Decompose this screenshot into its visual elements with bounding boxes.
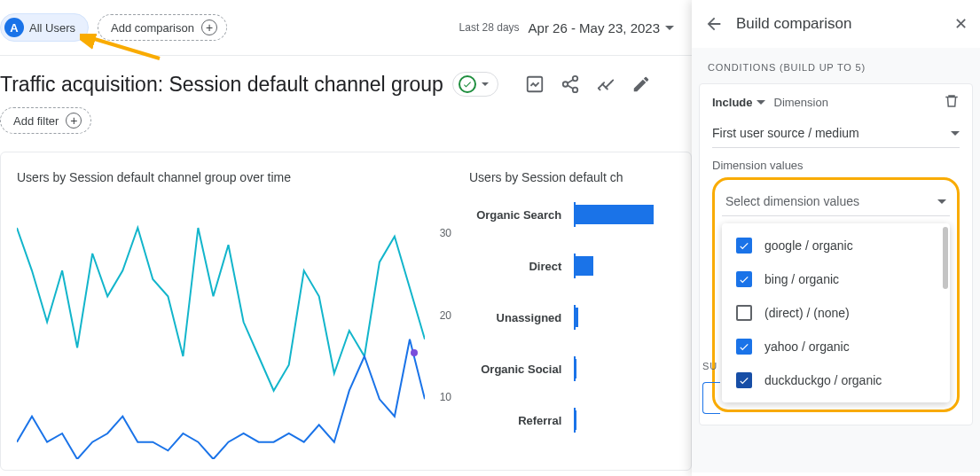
y-tick: 20 xyxy=(440,309,451,322)
bar-fill xyxy=(574,308,578,327)
option-label: yahoo / organic xyxy=(764,339,850,354)
charts-container: Users by Session default channel group o… xyxy=(0,152,692,471)
comparison-topbar: A All Users Add comparison + Last 28 day… xyxy=(0,0,692,56)
caret-down-icon xyxy=(482,82,489,86)
checkbox[interactable] xyxy=(736,271,752,287)
dimension-values-placeholder: Select dimension values xyxy=(725,194,859,208)
line-chart-panel: Users by Session default channel group o… xyxy=(17,170,451,470)
data-point-highlight xyxy=(411,349,418,356)
checkbox[interactable] xyxy=(736,372,752,388)
build-comparison-panel: Build comparison ✕ CONDITIONS (BUILD UP … xyxy=(692,0,980,476)
bar-track xyxy=(574,254,675,278)
edit-icon[interactable] xyxy=(631,74,651,94)
checkbox[interactable] xyxy=(736,305,752,321)
panel-title: Build comparison xyxy=(736,15,942,33)
dimension-value-option[interactable]: google / organic xyxy=(722,229,950,262)
bar-label: Organic Social xyxy=(469,363,561,376)
date-range-text: Apr 26 - May 23, 2023 xyxy=(529,20,660,35)
dimension-values-select[interactable]: Select dimension values xyxy=(722,189,950,216)
conditions-heading: CONDITIONS (BUILD UP TO 5) xyxy=(692,48,980,83)
dimension-value-option[interactable]: duckduckgo / organic xyxy=(722,363,950,397)
svg-point-3 xyxy=(563,82,568,87)
dimension-value-option[interactable]: (direct) / (none) xyxy=(722,296,950,330)
dimension-value-option[interactable]: bing / organic xyxy=(722,262,950,296)
insights-icon[interactable] xyxy=(596,74,615,94)
summary-heading: SU xyxy=(702,361,717,371)
bar-fill xyxy=(574,205,654,224)
bar-label: Unassigned xyxy=(469,311,561,324)
date-range-picker[interactable]: Apr 26 - May 23, 2023 xyxy=(529,20,674,35)
plus-icon: + xyxy=(201,20,217,35)
y-tick: 30 xyxy=(440,227,451,239)
filter-row: Add filter + xyxy=(0,107,692,146)
line-chart-title: Users by Session default channel group o… xyxy=(17,170,451,184)
bar-row: Referral xyxy=(469,408,675,433)
option-label: (direct) / (none) xyxy=(764,306,850,320)
bar-chart-title: Users by Session default ch xyxy=(469,170,675,184)
dimension-heading: Dimension xyxy=(774,96,828,109)
bar-label: Direct xyxy=(469,260,561,273)
main-report-area: A All Users Add comparison + Last 28 day… xyxy=(0,0,692,476)
bar-chart-panel: Users by Session default ch Organic Sear… xyxy=(469,170,675,470)
bar-fill xyxy=(574,410,576,430)
bar-fill xyxy=(574,256,593,276)
bar-track xyxy=(574,408,675,433)
add-comparison-label: Add comparison xyxy=(111,21,194,35)
back-arrow-icon[interactable] xyxy=(704,14,724,34)
svg-point-2 xyxy=(573,76,578,82)
caret-down-icon xyxy=(951,131,960,136)
caret-down-icon xyxy=(937,199,946,204)
panel-body: CONDITIONS (BUILD UP TO 5) Include Dimen… xyxy=(692,48,980,472)
y-tick: 10 xyxy=(440,391,451,403)
segment-label: All Users xyxy=(29,21,75,35)
caret-down-icon xyxy=(665,26,674,30)
include-label-text: Include xyxy=(712,96,753,109)
condition-card: Include Dimension First user source / me… xyxy=(699,83,973,425)
bar-row: Organic Social xyxy=(469,356,675,381)
option-label: bing / organic xyxy=(764,272,839,286)
close-icon[interactable]: ✕ xyxy=(954,14,968,34)
dimension-select[interactable]: First user source / medium xyxy=(712,119,960,148)
summary-box-partial xyxy=(702,382,720,414)
report-title-row: Traffic acquisition: Session default cha… xyxy=(0,56,692,107)
include-row: Include Dimension xyxy=(712,93,960,112)
share-icon[interactable] xyxy=(561,74,580,94)
add-filter-button[interactable]: Add filter + xyxy=(0,107,91,134)
svg-point-4 xyxy=(573,88,578,93)
dimension-select-value: First user source / medium xyxy=(712,126,859,140)
line-chart-svg xyxy=(17,202,425,459)
scrollbar[interactable] xyxy=(943,227,948,289)
bar-row: Unassigned xyxy=(469,305,675,330)
include-dropdown[interactable]: Include xyxy=(712,96,765,109)
bar-chart: Organic SearchDirectUnassignedOrganic So… xyxy=(469,202,675,433)
line-chart: 30 20 10 xyxy=(17,202,451,459)
segment-badge: A xyxy=(4,18,24,37)
tutorial-highlight: Select dimension values google / organic… xyxy=(712,177,960,412)
customize-icon[interactable] xyxy=(525,74,545,94)
checkbox[interactable] xyxy=(736,339,752,355)
bar-track xyxy=(574,305,675,330)
add-filter-label: Add filter xyxy=(13,114,59,128)
panel-header: Build comparison ✕ xyxy=(692,0,980,48)
bar-row: Organic Search xyxy=(469,202,675,227)
add-comparison-button[interactable]: Add comparison + xyxy=(98,14,227,41)
title-toolbar xyxy=(525,74,651,94)
bar-label: Referral xyxy=(469,414,561,427)
bar-label: Organic Search xyxy=(469,208,561,222)
bar-track xyxy=(574,202,675,227)
bar-fill xyxy=(574,359,576,378)
page-title: Traffic acquisition: Session default cha… xyxy=(0,73,443,97)
date-prefix: Last 28 days xyxy=(459,21,520,34)
dimension-values-dropdown: google / organicbing / organic(direct) /… xyxy=(722,223,950,402)
report-status-pill[interactable] xyxy=(452,72,498,97)
delete-condition-button[interactable] xyxy=(944,93,960,112)
dimension-value-option[interactable]: yahoo / organic xyxy=(722,330,950,363)
option-label: google / organic xyxy=(764,238,853,253)
bar-track xyxy=(574,356,675,381)
checkmark-icon xyxy=(459,75,476,93)
plus-icon: + xyxy=(66,113,82,129)
option-label: duckduckgo / organic xyxy=(764,373,882,387)
date-range-area: Last 28 days Apr 26 - May 23, 2023 xyxy=(459,20,674,35)
checkbox[interactable] xyxy=(736,238,752,254)
segment-chip-all-users[interactable]: A All Users xyxy=(0,13,89,42)
